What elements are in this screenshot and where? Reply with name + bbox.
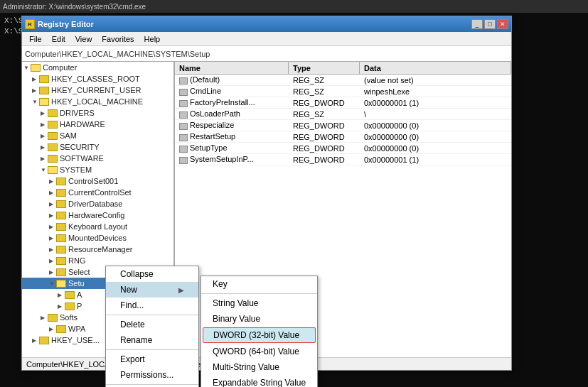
table-row[interactable]: (Default) REG_SZ (value not set) <box>175 75 511 86</box>
tree-drivers[interactable]: ▶ DRIVERS <box>22 107 173 119</box>
ctx-export[interactable]: Export <box>106 351 198 367</box>
tree-computer[interactable]: ▼ Computer <box>22 62 173 73</box>
tree-resourcemanager[interactable]: ▶ ResourceManager <box>22 244 173 255</box>
ctx-find[interactable]: Find... <box>106 298 198 313</box>
minimize-button[interactable]: _ <box>471 19 483 29</box>
ctx-separator-3 <box>106 384 198 385</box>
menu-file[interactable]: File <box>25 33 46 45</box>
tree-currentcontrolset[interactable]: ▶ CurrentControlSet <box>22 187 173 198</box>
new-binary-value[interactable]: Binary Value <box>201 311 317 327</box>
tree-software[interactable]: ▶ SOFTWARE <box>22 153 173 164</box>
col-name-header: Name <box>175 62 289 74</box>
ctx-delete[interactable]: Delete <box>106 317 198 332</box>
tree-hkcr[interactable]: ▶ HKEY_CLASSES_ROOT <box>22 73 173 85</box>
new-key[interactable]: Key <box>201 276 317 292</box>
regedit-title-icon: R <box>25 19 35 29</box>
address-bar[interactable]: Computer\HKEY_LOCAL_MACHINE\SYSTEM\Setup <box>22 46 511 62</box>
close-button[interactable]: ✕ <box>497 19 508 29</box>
tree-system[interactable]: ▼ SYSTEM <box>22 164 173 175</box>
tree-sam[interactable]: ▶ SAM <box>22 130 173 141</box>
table-row[interactable]: OsLoaderPath REG_SZ \ <box>175 109 511 120</box>
tree-controlset001[interactable]: ▶ ControlSet001 <box>22 175 173 187</box>
regedit-title-left: R Registry Editor <box>25 19 94 29</box>
new-submenu: Key String Value Binary Value DWORD (32-… <box>201 276 318 387</box>
new-expandable-string-value[interactable]: Expandable String Value <box>201 375 317 387</box>
menu-edit[interactable]: Edit <box>48 33 70 45</box>
table-row[interactable]: CmdLine REG_SZ winpeshLexe <box>175 86 511 97</box>
address-text: Computer\HKEY_LOCAL_MACHINE\SYSTEM\Setup <box>25 50 210 58</box>
ctx-rename[interactable]: Rename <box>106 332 198 348</box>
menu-bar: File Edit View Favorites Help <box>22 32 511 46</box>
menu-view[interactable]: View <box>71 33 97 45</box>
title-buttons: _ □ ✕ <box>471 19 508 29</box>
regedit-title-text: Registry Editor <box>38 20 94 28</box>
tree-hkcu[interactable]: ▶ HKEY_CURRENT_USER <box>22 85 173 96</box>
tree-hardwareconfig[interactable]: ▶ HardwareConfig <box>22 209 173 221</box>
ctx-new-arrow: ▶ <box>178 286 184 294</box>
new-string-value[interactable]: String Value <box>201 295 317 311</box>
col-data-header: Data <box>360 62 511 74</box>
ctx-separator-2 <box>106 349 198 350</box>
tree-mounteddevices[interactable]: ▶ MountedDevices <box>22 232 173 244</box>
cmd-titlebar: Administrator: X:\windows\system32\cmd.e… <box>0 0 588 13</box>
cmd-title: Administrator: X:\windows\system32\cmd.e… <box>3 3 146 11</box>
ctx-collapse[interactable]: Collapse <box>106 266 198 282</box>
new-dword-value[interactable]: DWORD (32-bit) Value <box>203 327 316 343</box>
ctx-permissions[interactable]: Permissions... <box>106 367 198 383</box>
table-row[interactable]: FactoryPreInstall... REG_DWORD 0x0000000… <box>175 97 511 109</box>
new-qword-value[interactable]: QWORD (64-bit) Value <box>201 344 317 359</box>
tree-security[interactable]: ▶ SECURITY <box>22 141 173 153</box>
tree-computer-label: Computer <box>43 63 77 72</box>
table-row[interactable]: RestartSetup REG_DWORD 0x00000000 (0) <box>175 131 511 143</box>
tree-rng[interactable]: ▶ RNG <box>22 255 173 266</box>
data-header: Name Type Data <box>175 62 511 75</box>
table-row[interactable]: Respecialize REG_DWORD 0x00000000 (0) <box>175 120 511 131</box>
regedit-titlebar: R Registry Editor _ □ ✕ <box>22 16 511 32</box>
table-row[interactable]: SystemSetupInP... REG_DWORD 0x00000001 (… <box>175 154 511 165</box>
menu-favorites[interactable]: Favorites <box>97 33 138 45</box>
maximize-button[interactable]: □ <box>484 19 496 29</box>
new-sub-separator <box>201 293 317 294</box>
tree-keyboardlayout[interactable]: ▶ Keyboard Layout <box>22 221 173 232</box>
tree-driverdatabase[interactable]: ▶ DriverDatabase <box>22 198 173 209</box>
context-menu: Collapse New ▶ Find... Delete Rename Exp… <box>105 266 199 387</box>
tree-hardware[interactable]: ▶ HARDWARE <box>22 119 173 130</box>
menu-help[interactable]: Help <box>140 33 165 45</box>
ctx-new[interactable]: New ▶ <box>106 282 198 298</box>
table-row[interactable]: SetupType REG_DWORD 0x00000000 (0) <box>175 143 511 154</box>
tree-hklm[interactable]: ▼ HKEY_LOCAL_MACHINE <box>22 96 173 107</box>
ctx-separator-1 <box>106 315 198 315</box>
new-multistring-value[interactable]: Multi-String Value <box>201 359 317 375</box>
col-type-header: Type <box>289 62 360 74</box>
